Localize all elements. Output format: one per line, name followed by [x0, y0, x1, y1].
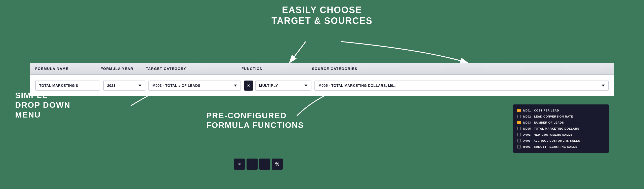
checkbox-b001[interactable]: [517, 145, 521, 148]
dropdown-item-label: A003 - AVERAGE CUSTOMERS SALES: [523, 139, 580, 142]
function-dropdown[interactable]: MULTIPLY: [255, 81, 311, 91]
dropdown-item-m001[interactable]: M001 - COST PER LEAD: [517, 107, 605, 114]
annotation-left-line2: DROP DOWN: [15, 100, 70, 110]
table-header: FORMULA NAME FORMULA YEAR TARGET CATEGOR…: [30, 63, 614, 75]
function-chevron-icon: [304, 85, 307, 87]
source-dropdown-menu: M001 - COST PER LEADM002 - LEAD CONVERSI…: [513, 104, 609, 153]
function-buttons-row: ×+−%: [234, 159, 283, 170]
page-container: EASILY CHOOSE TARGET & SOURCES FORMULA N…: [0, 0, 644, 189]
checkbox-a001[interactable]: [517, 133, 521, 136]
subtract-button[interactable]: −: [259, 159, 270, 170]
dropdown-item-m005[interactable]: M005 - TOTAL MARKETING DOLLARS: [517, 126, 605, 132]
function-wrapper: × MULTIPLY: [244, 81, 311, 91]
dropdown-item-a001[interactable]: A001 - NEW CUSTOMERS SALES: [517, 132, 605, 138]
dropdown-item-label: M001 - COST PER LEAD: [523, 109, 559, 112]
target-chevron-icon: [234, 85, 237, 87]
dropdown-item-label: M005 - TOTAL MARKETING DOLLARS: [523, 127, 579, 130]
annotation-left-line3: MENU: [15, 110, 70, 120]
function-clear-button[interactable]: ×: [244, 81, 253, 91]
dropdown-item-label: A001 - NEW CUSTOMERS SALES: [523, 133, 572, 136]
formula-year-dropdown[interactable]: 2021: [103, 81, 145, 91]
multiply-button[interactable]: ×: [234, 159, 245, 170]
checkbox-a003[interactable]: [517, 139, 521, 142]
percent-button[interactable]: %: [272, 159, 283, 170]
dropdown-item-label: M003 - NUMBER OF LEADS: [523, 121, 564, 124]
col-header-target-category: TARGET CATEGORY: [146, 66, 242, 71]
source-chevron-icon: [602, 85, 605, 87]
checkbox-m002[interactable]: [517, 115, 521, 118]
target-category-dropdown[interactable]: M003 - Total # of Leads: [148, 81, 241, 91]
col-header-source-categories: SOURCE CATEGORIES: [312, 66, 609, 71]
top-annotation: EASILY CHOOSE TARGET & SOURCES: [271, 5, 372, 26]
dropdown-item-m003[interactable]: M003 - NUMBER OF LEADS: [517, 120, 605, 126]
annotation-left-line1: SIMPLE: [15, 91, 70, 100]
table-body: TOTAL MARKETING $ 2021 M003 - Total # of…: [30, 75, 614, 96]
top-annotation-line2: TARGET & SOURCES: [271, 15, 372, 26]
dropdown-item-label: M002 - LEAD CONVERSION RATE: [523, 115, 573, 118]
source-col-wrapper: M005 - Total Marketing Dollars, M0... M0…: [314, 81, 609, 91]
dropdown-item-label: B001 - BUDGYT RECURRING SALES: [523, 145, 577, 148]
checkbox-m001[interactable]: [517, 109, 521, 112]
table-wrapper: FORMULA NAME FORMULA YEAR TARGET CATEGOR…: [30, 63, 614, 96]
checkbox-m005[interactable]: [517, 127, 521, 130]
dropdown-item-a003[interactable]: A003 - AVERAGE CUSTOMERS SALES: [517, 138, 605, 144]
top-annotation-line1: EASILY CHOOSE: [271, 5, 372, 15]
year-chevron-icon: [138, 85, 141, 87]
formula-name-input[interactable]: TOTAL MARKETING $: [35, 81, 100, 91]
source-categories-dropdown[interactable]: M005 - Total Marketing Dollars, M0...: [314, 81, 609, 91]
annotation-center-line1: PRE-CONFIGURED: [206, 111, 304, 120]
annotation-left: SIMPLE DROP DOWN MENU: [15, 91, 70, 120]
col-header-formula-name: FORMULA NAME: [35, 66, 101, 71]
annotation-center-line2: FORMULA FUNCTIONS: [206, 120, 304, 130]
dropdown-item-m002[interactable]: M002 - LEAD CONVERSION RATE: [517, 114, 605, 120]
annotation-center: PRE-CONFIGURED FORMULA FUNCTIONS: [206, 111, 304, 130]
col-header-function: FUNCTION: [242, 66, 312, 71]
dropdown-item-b001[interactable]: B001 - BUDGYT RECURRING SALES: [517, 144, 605, 150]
checkbox-m003[interactable]: [517, 121, 521, 124]
add-button[interactable]: +: [247, 159, 258, 170]
col-header-formula-year: FORMULA YEAR: [101, 66, 146, 71]
